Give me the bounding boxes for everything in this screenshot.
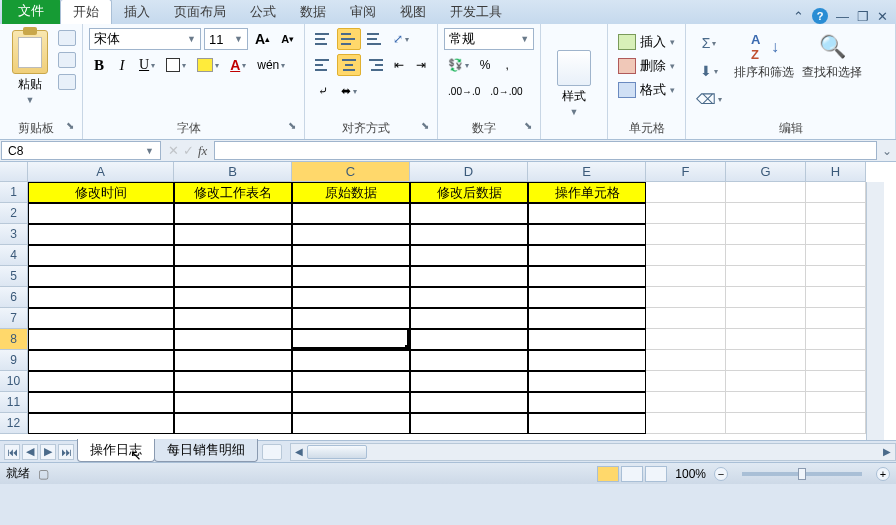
cell-A12[interactable] [28, 413, 174, 434]
zoom-level[interactable]: 100% [675, 467, 706, 481]
window-minimize-icon[interactable]: — [836, 9, 849, 24]
cell-H3[interactable] [806, 224, 866, 245]
copy-icon[interactable] [58, 52, 76, 68]
normal-view-icon[interactable] [597, 466, 619, 482]
cell-G2[interactable] [726, 203, 806, 224]
phonetic-button[interactable]: wén▾ [253, 54, 289, 76]
font-launcher-icon[interactable]: ⬊ [288, 120, 296, 131]
cell-F10[interactable] [646, 371, 726, 392]
number-launcher-icon[interactable]: ⬊ [524, 120, 532, 131]
increase-font-icon[interactable]: A▴ [251, 28, 274, 50]
row-header-12[interactable]: 12 [0, 413, 28, 434]
cell-E6[interactable] [528, 287, 646, 308]
tab-view[interactable]: 视图 [388, 0, 438, 24]
cell-styles-button[interactable]: 样式 ▼ [547, 46, 601, 117]
column-header-E[interactable]: E [528, 162, 646, 182]
tab-developer[interactable]: 开发工具 [438, 0, 514, 24]
cell-G10[interactable] [726, 371, 806, 392]
cell-H6[interactable] [806, 287, 866, 308]
cell-D12[interactable] [410, 413, 528, 434]
cell-B5[interactable] [174, 266, 292, 287]
cell-F11[interactable] [646, 392, 726, 413]
cell-C6[interactable] [292, 287, 410, 308]
cell-C3[interactable] [292, 224, 410, 245]
zoom-out-icon[interactable]: − [714, 467, 728, 481]
vertical-scrollbar[interactable] [866, 182, 884, 440]
cell-B11[interactable] [174, 392, 292, 413]
horizontal-scrollbar[interactable]: ◀ ▶ [290, 443, 896, 461]
sort-filter-button[interactable]: ↓ 排序和筛选 [734, 32, 794, 118]
cell-G6[interactable] [726, 287, 806, 308]
cell-E4[interactable] [528, 245, 646, 266]
cell-B6[interactable] [174, 287, 292, 308]
cell-B12[interactable] [174, 413, 292, 434]
cell-G7[interactable] [726, 308, 806, 329]
tab-pagelayout[interactable]: 页面布局 [162, 0, 238, 24]
cell-A10[interactable] [28, 371, 174, 392]
cell-E10[interactable] [528, 371, 646, 392]
align-right-icon[interactable] [363, 54, 387, 76]
cell-E8[interactable] [528, 329, 646, 350]
new-sheet-icon[interactable] [262, 444, 282, 460]
column-header-H[interactable]: H [806, 162, 866, 182]
percent-icon[interactable]: % [475, 54, 495, 76]
cell-A6[interactable] [28, 287, 174, 308]
window-close-icon[interactable]: ✕ [877, 9, 888, 24]
border-button[interactable]: ▾ [162, 54, 190, 76]
cell-B2[interactable] [174, 203, 292, 224]
cell-E7[interactable] [528, 308, 646, 329]
align-left-icon[interactable] [311, 54, 335, 76]
tab-formulas[interactable]: 公式 [238, 0, 288, 24]
cell-A1[interactable]: 修改时间 [28, 182, 174, 203]
currency-icon[interactable]: 💱▾ [444, 54, 473, 76]
column-header-D[interactable]: D [410, 162, 528, 182]
row-header-3[interactable]: 3 [0, 224, 28, 245]
cell-F8[interactable] [646, 329, 726, 350]
italic-button[interactable]: I [112, 54, 132, 76]
cell-D5[interactable] [410, 266, 528, 287]
font-name-combo[interactable]: 宋体▼ [89, 28, 201, 50]
cell-A8[interactable] [28, 329, 174, 350]
cell-D3[interactable] [410, 224, 528, 245]
cell-B7[interactable] [174, 308, 292, 329]
wrap-text-icon[interactable]: ⤶ [311, 80, 335, 102]
cell-E2[interactable] [528, 203, 646, 224]
cell-B3[interactable] [174, 224, 292, 245]
fill-icon-btn[interactable]: ⬇▾ [692, 60, 726, 82]
row-header-7[interactable]: 7 [0, 308, 28, 329]
align-bottom-icon[interactable] [363, 28, 387, 50]
cell-B10[interactable] [174, 371, 292, 392]
cell-F6[interactable] [646, 287, 726, 308]
cell-D8[interactable] [410, 329, 528, 350]
cell-B1[interactable]: 修改工作表名 [174, 182, 292, 203]
cell-F7[interactable] [646, 308, 726, 329]
cell-A3[interactable] [28, 224, 174, 245]
row-header-8[interactable]: 8 [0, 329, 28, 350]
comma-icon[interactable]: , [497, 54, 517, 76]
find-select-button[interactable]: 🔍 查找和选择 [802, 32, 862, 118]
cell-E1[interactable]: 操作单元格 [528, 182, 646, 203]
cell-G8[interactable] [726, 329, 806, 350]
cell-H11[interactable] [806, 392, 866, 413]
cell-F12[interactable] [646, 413, 726, 434]
cell-G11[interactable] [726, 392, 806, 413]
cell-H5[interactable] [806, 266, 866, 287]
cell-A9[interactable] [28, 350, 174, 371]
cell-G1[interactable] [726, 182, 806, 203]
cell-C11[interactable] [292, 392, 410, 413]
cell-A4[interactable] [28, 245, 174, 266]
cell-H8[interactable] [806, 329, 866, 350]
cell-E9[interactable] [528, 350, 646, 371]
row-header-11[interactable]: 11 [0, 392, 28, 413]
cell-A2[interactable] [28, 203, 174, 224]
zoom-in-icon[interactable]: + [876, 467, 890, 481]
cell-H10[interactable] [806, 371, 866, 392]
clipboard-launcher-icon[interactable]: ⬊ [66, 120, 74, 131]
cell-F3[interactable] [646, 224, 726, 245]
cell-D9[interactable] [410, 350, 528, 371]
cell-C8[interactable] [292, 329, 410, 350]
help-icon[interactable]: ? [812, 8, 828, 24]
column-header-G[interactable]: G [726, 162, 806, 182]
cell-F5[interactable] [646, 266, 726, 287]
cell-C4[interactable] [292, 245, 410, 266]
